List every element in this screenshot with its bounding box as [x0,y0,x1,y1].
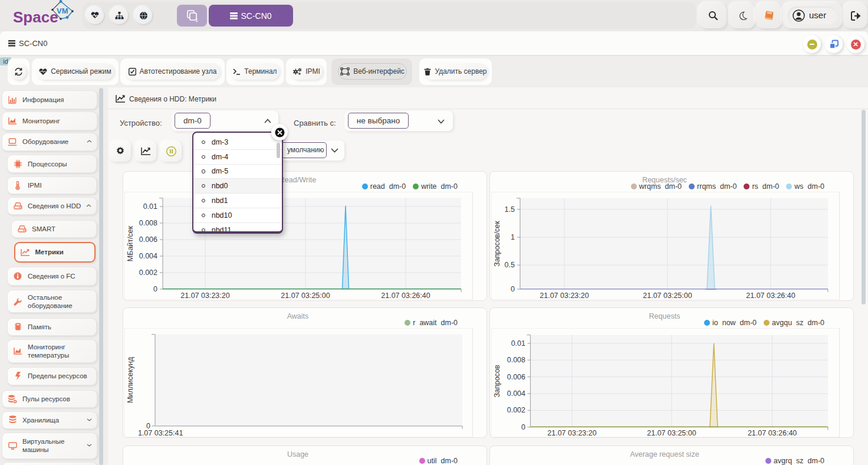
svg-text:VM: VM [57,6,68,15]
svg-text:0.01: 0.01 [511,339,525,348]
svg-text:0.5: 0.5 [505,261,515,269]
svg-text:Запросов/сек: Запросов/сек [493,221,501,267]
svg-text:21.07 03:26:40: 21.07 03:26:40 [746,292,795,300]
svg-text:0.008: 0.008 [139,219,157,227]
svg-text:21.07 03:26:40: 21.07 03:26:40 [748,429,797,437]
svg-text:МБайт/сек: МБайт/сек [126,225,134,261]
svg-text:0.006: 0.006 [507,373,525,381]
svg-text:1: 1 [511,233,515,241]
svg-text:21.07 03:25:00: 21.07 03:25:00 [647,429,696,437]
svg-text:0.01: 0.01 [143,202,157,211]
svg-text:Запросов: Запросов [493,365,501,398]
svg-text:1.07 03:25:41: 1.07 03:25:41 [138,429,183,437]
svg-text:21.07 03:25:00: 21.07 03:25:00 [643,292,692,300]
svg-text:21.07 03:23:20: 21.07 03:23:20 [180,292,229,300]
svg-text:0: 0 [511,285,515,293]
svg-text:0.002: 0.002 [507,406,525,414]
svg-text:1.5: 1.5 [505,205,515,214]
svg-text:0.008: 0.008 [507,356,525,364]
svg-text:0.004: 0.004 [139,252,157,260]
svg-text:21.07 03:23:20: 21.07 03:23:20 [547,429,596,437]
svg-text:0.004: 0.004 [507,389,525,398]
svg-text:0: 0 [521,423,525,431]
svg-text:0.002: 0.002 [139,268,157,277]
svg-text:21.07 03:25:00: 21.07 03:25:00 [281,292,330,300]
svg-text:21.07 03:23:20: 21.07 03:23:20 [540,292,588,300]
svg-text:0: 0 [153,285,157,293]
svg-text:1: 1 [195,17,198,22]
svg-text:21.07 03:26:40: 21.07 03:26:40 [381,292,430,300]
svg-text:0.006: 0.006 [139,235,157,244]
svg-text:Миллисекунд: Миллисекунд [126,356,134,403]
